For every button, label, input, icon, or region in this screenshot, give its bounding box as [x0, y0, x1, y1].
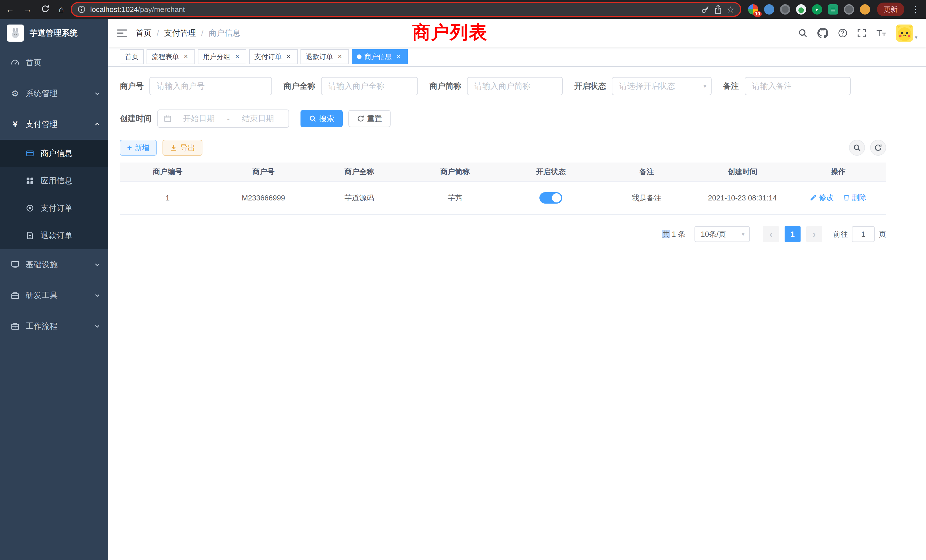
browser-menu-icon[interactable]: ⋮	[911, 4, 920, 15]
export-button[interactable]: 导出	[162, 140, 203, 156]
goto-page-input[interactable]	[852, 226, 875, 242]
delete-link[interactable]: 删除	[843, 192, 867, 203]
tag-home[interactable]: 首页	[120, 49, 144, 64]
create-time-range-picker[interactable]: 开始日期 - 结束日期	[157, 109, 289, 128]
extension-icon-4[interactable]	[796, 4, 806, 15]
breadcrumb-pay[interactable]: 支付管理	[164, 28, 196, 38]
short-name-input[interactable]	[467, 77, 563, 95]
url-host: localhost:1024	[90, 5, 138, 14]
extension-icon-7[interactable]	[844, 4, 854, 15]
sidebar-item-dev-tools[interactable]: 研发工具	[0, 280, 108, 311]
chevron-down-icon	[94, 90, 100, 97]
tag-pay-order[interactable]: 支付订单 ×	[249, 49, 298, 64]
sidebar-item-pay-order[interactable]: 支付订单	[0, 194, 108, 222]
sidebar-item-app-info[interactable]: 应用信息	[0, 167, 108, 194]
forward-icon[interactable]: →	[23, 5, 32, 14]
sidebar-item-label: 首页	[26, 57, 42, 68]
page-size-select[interactable]: 10条/页 ▾	[694, 226, 750, 242]
reload-icon[interactable]	[41, 5, 50, 15]
fullscreen-icon[interactable]	[857, 29, 866, 38]
home-icon[interactable]: ⌂	[59, 5, 64, 14]
close-icon[interactable]: ×	[284, 53, 292, 61]
status-select[interactable]: 请选择开启状态 ▾	[612, 77, 712, 95]
close-icon[interactable]: ×	[182, 53, 190, 61]
col-status: 开启状态	[503, 162, 599, 182]
sidebar-item-label: 系统管理	[26, 88, 57, 99]
extension-icon-6[interactable]: ≣	[828, 4, 838, 15]
sidebar-item-refund-order[interactable]: 退款订单	[0, 222, 108, 249]
tag-merchant-info[interactable]: 商户信息 ×	[352, 49, 408, 64]
remark-input[interactable]	[745, 77, 851, 95]
edit-link[interactable]: 修改	[809, 192, 834, 203]
sidebar-item-workflow[interactable]: 工作流程	[0, 311, 108, 342]
bookmark-star-icon[interactable]: ☆	[727, 5, 734, 15]
cell-create-time: 2021-10-23 08:31:14	[694, 182, 790, 215]
sidebar-item-label: 退款订单	[41, 230, 73, 241]
extension-icon-2[interactable]	[764, 4, 774, 15]
filter-remark: 备注	[723, 77, 851, 95]
status-select-placeholder: 请选择开启状态	[619, 81, 675, 92]
sidebar-logo[interactable]: 芋道管理系统	[0, 19, 108, 47]
sidebar-item-merchant-info[interactable]: 商户信息	[0, 140, 108, 167]
breadcrumb: 首页 / 支付管理 / 商户信息	[136, 28, 241, 38]
user-menu[interactable]: ▾	[896, 24, 917, 42]
info-icon[interactable]	[77, 5, 86, 14]
tag-label: 用户分组	[203, 52, 230, 61]
col-full-name: 商户全称	[311, 162, 407, 182]
browser-nav-buttons: ← → ⌂	[6, 5, 64, 15]
add-button[interactable]: + 新增	[120, 140, 157, 156]
full-name-input[interactable]	[321, 77, 418, 95]
hamburger-icon[interactable]	[117, 29, 127, 38]
close-icon[interactable]: ×	[395, 53, 402, 61]
address-bar[interactable]: localhost:1024/pay/merchant ☆	[71, 2, 741, 17]
sidebar-item-home[interactable]: 首页	[0, 47, 108, 78]
table-toolbar: + 新增 导出	[120, 140, 886, 156]
filter-label: 商户号	[120, 81, 144, 92]
tag-label: 商户信息	[365, 52, 392, 61]
help-icon[interactable]	[838, 28, 847, 38]
sidebar-item-infrastructure[interactable]: 基础设施	[0, 249, 108, 280]
sidebar-item-label: 支付管理	[26, 119, 57, 130]
prev-page-button[interactable]: ‹	[763, 226, 779, 242]
cell-remark: 我是备注	[599, 182, 694, 215]
tag-label: 退款订单	[306, 52, 333, 61]
extension-icon-3[interactable]	[780, 4, 790, 15]
share-icon[interactable]	[714, 5, 722, 14]
back-icon[interactable]: ←	[6, 5, 14, 14]
filter-short-name: 商户简称	[429, 77, 563, 95]
refresh-table-button[interactable]	[870, 140, 886, 156]
pagination-total: 共 1 条	[662, 229, 685, 239]
sidebar-item-system[interactable]: ⚙ 系统管理	[0, 78, 108, 109]
sidebar-item-pay[interactable]: ¥ 支付管理	[0, 109, 108, 140]
merchant-no-input[interactable]	[150, 77, 272, 95]
col-merchant-no: 商户号	[216, 162, 311, 182]
filter-row-1: 商户号 商户全称 商户简称 开启状态 请选择开启状态	[120, 77, 886, 95]
font-size-icon[interactable]	[876, 29, 887, 37]
sidebar-item-label: 基础设施	[26, 259, 57, 270]
page-1-button[interactable]: 1	[785, 226, 800, 242]
close-icon[interactable]: ×	[233, 53, 241, 61]
password-key-icon[interactable]	[701, 5, 710, 14]
search-icon[interactable]	[798, 28, 808, 38]
goto-suffix: 页	[879, 229, 886, 239]
reset-button[interactable]: 重置	[348, 110, 390, 127]
range-separator: -	[226, 114, 231, 123]
search-button[interactable]: 搜索	[301, 110, 343, 127]
navbar-actions: ▾	[798, 24, 917, 42]
tag-refund-order[interactable]: 退款订单 ×	[301, 49, 349, 64]
tag-user-group[interactable]: 用户分组 ×	[198, 49, 246, 64]
status-toggle[interactable]	[539, 192, 562, 204]
chrome-update-button[interactable]: 更新	[877, 3, 904, 16]
breadcrumb-home[interactable]: 首页	[136, 28, 152, 38]
toggle-search-button[interactable]	[849, 140, 865, 156]
url-text[interactable]: localhost:1024/pay/merchant	[90, 5, 696, 14]
extensions-row: 10 ▸ ≣	[748, 4, 870, 15]
extension-icon-8[interactable]	[860, 4, 870, 15]
close-icon[interactable]: ×	[336, 53, 344, 61]
tag-process-form[interactable]: 流程表单 ×	[147, 49, 195, 64]
sidebar-item-label: 商户信息	[41, 148, 73, 159]
github-icon[interactable]	[817, 28, 828, 38]
next-page-button[interactable]: ›	[806, 226, 822, 242]
extension-icon-5[interactable]: ▸	[812, 4, 822, 15]
extension-icon-1[interactable]: 10	[748, 4, 758, 15]
